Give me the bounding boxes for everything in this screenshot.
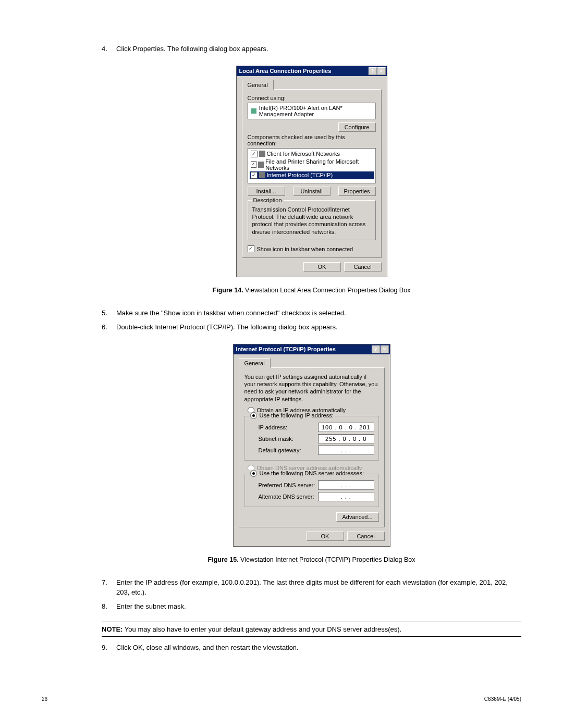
step-text: Click Properties. The following dialog b…: [116, 44, 521, 54]
tab-general[interactable]: General: [242, 80, 274, 90]
tab-row: General: [242, 79, 382, 89]
page-footer: 26 C636M-E (4/05): [42, 696, 521, 702]
step-num: 8.: [102, 602, 116, 612]
ip-address-label: IP address:: [259, 424, 318, 430]
tab-row: General: [239, 357, 385, 367]
component-label: File and Printer Sharing for Microsoft N…: [265, 158, 372, 171]
install-button[interactable]: Install...: [248, 187, 285, 196]
figure-15-caption: Figure 15. Viewstation Internet Protocol…: [102, 556, 521, 563]
network-icon: [259, 151, 265, 157]
step-7: 7. Enter the IP address (for example, 10…: [102, 578, 521, 598]
components-list[interactable]: ✓ Client for Microsoft Networks ✓ File a…: [248, 148, 376, 183]
step-num: 5.: [102, 309, 116, 318]
step-4: 4. Click Properties. The following dialo…: [102, 44, 521, 54]
properties-button[interactable]: Properties: [338, 187, 376, 196]
tcpip-properties-dialog: Internet Protocol (TCP/IP) Properties ? …: [233, 344, 390, 547]
dialog-title: Local Area Connection Properties: [239, 68, 332, 74]
step-text: Enter the subnet mask.: [116, 602, 521, 612]
step-num: 6.: [102, 323, 116, 332]
configure-button[interactable]: Configure: [338, 122, 376, 132]
radio-icon[interactable]: [250, 412, 257, 419]
figure-label: Figure 15.: [208, 556, 239, 563]
ip-address-input[interactable]: 100 . 0 . 0 . 201: [318, 423, 374, 432]
step-num: 7.: [102, 578, 116, 598]
cancel-button[interactable]: Cancel: [344, 262, 382, 272]
advanced-button[interactable]: Advanced...: [336, 512, 379, 522]
connect-using-label: Connect using:: [248, 95, 376, 101]
step-8: 8. Enter the subnet mask.: [102, 602, 521, 612]
show-icon-checkbox[interactable]: ✓ Show icon in taskbar when connected: [248, 245, 376, 252]
components-label: Components checked are used by this conn…: [248, 134, 376, 146]
pref-dns-input[interactable]: . . .: [318, 480, 374, 490]
ip-group: Use the following IP address: IP address…: [244, 416, 379, 461]
component-label: Client for Microsoft Networks: [267, 151, 340, 157]
use-dns-radio[interactable]: Use the following DNS server addresses:: [249, 470, 366, 477]
titlebar: Internet Protocol (TCP/IP) Properties ? …: [234, 344, 390, 354]
component-item-selected[interactable]: ✓ Internet Protocol (TCP/IP): [250, 171, 374, 179]
radio-icon[interactable]: [250, 470, 257, 477]
show-icon-label: Show icon in taskbar when connected: [257, 246, 353, 252]
close-icon[interactable]: ×: [377, 67, 386, 75]
ok-button[interactable]: OK: [307, 532, 344, 541]
adapter-field[interactable]: Intel(R) PRO/100+ Alert on LAN* Manageme…: [248, 103, 376, 119]
adapter-icon: [251, 108, 256, 114]
gateway-input[interactable]: . . .: [318, 446, 374, 455]
step-6: 6. Double-click Internet Protocol (TCP/I…: [102, 323, 521, 332]
note-label: NOTE:: [102, 625, 123, 633]
alt-dns-input[interactable]: . . .: [318, 492, 374, 501]
intro-text: You can get IP settings assigned automat…: [244, 373, 379, 403]
alt-dns-label: Alternate DNS server:: [259, 493, 318, 500]
lan-properties-dialog: Local Area Connection Properties ? × Gen…: [236, 66, 387, 277]
step-text: Double-click Internet Protocol (TCP/IP).…: [116, 323, 521, 332]
tab-general[interactable]: General: [239, 358, 271, 368]
component-item[interactable]: ✓ File and Printer Sharing for Microsoft…: [250, 158, 374, 171]
checkbox-icon[interactable]: ✓: [248, 245, 254, 252]
step-9: 9. Click OK, close all windows, and then…: [102, 643, 521, 653]
step-text: Enter the IP address (for example, 100.0…: [116, 578, 521, 598]
step-5: 5. Make sure the "Show icon in taskbar w…: [102, 309, 521, 318]
step-num: 4.: [102, 44, 116, 54]
step-num: 9.: [102, 643, 116, 653]
checkbox-icon[interactable]: ✓: [251, 161, 257, 168]
protocol-icon: [259, 172, 265, 178]
doc-id: C636M-E (4/05): [484, 696, 521, 702]
step-text: Make sure the "Show icon in taskbar when…: [116, 309, 521, 318]
figure-label: Figure 14.: [213, 287, 243, 294]
help-icon[interactable]: ?: [369, 67, 377, 75]
subnet-input[interactable]: 255 . 0 . 0 . 0: [318, 434, 374, 443]
titlebar: Local Area Connection Properties ? ×: [237, 66, 387, 76]
close-icon[interactable]: ×: [381, 346, 389, 353]
help-icon[interactable]: ?: [372, 346, 380, 353]
adapter-text: Intel(R) PRO/100+ Alert on LAN* Manageme…: [259, 105, 373, 117]
step-text: Click OK, close all windows, and then re…: [116, 643, 521, 653]
checkbox-icon[interactable]: ✓: [251, 172, 258, 179]
note-text: You may also have to enter your default …: [125, 625, 401, 633]
description-group: Description Transmission Control Protoco…: [248, 200, 376, 240]
figure-text: Viewstation Local Area Connection Proper…: [245, 287, 410, 294]
checkbox-icon[interactable]: ✓: [251, 151, 258, 157]
use-following-radio[interactable]: Use the following IP address:: [249, 412, 335, 419]
component-item[interactable]: ✓ Client for Microsoft Networks: [250, 150, 374, 158]
description-legend: Description: [252, 197, 284, 203]
figure-14-caption: Figure 14. Viewstation Local Area Connec…: [102, 287, 521, 294]
subnet-label: Subnet mask:: [259, 436, 318, 442]
dialog-title: Internet Protocol (TCP/IP) Properties: [236, 346, 336, 352]
figure-text: Viewstation Internet Protocol (TCP/IP) P…: [240, 556, 415, 563]
radio-label: Use the following IP address:: [260, 412, 334, 418]
page-number: 26: [42, 696, 47, 702]
ok-button[interactable]: OK: [303, 262, 341, 272]
note-block: NOTE: You may also have to enter your de…: [102, 622, 521, 637]
dns-group: Use the following DNS server addresses: …: [244, 474, 379, 507]
service-icon: [258, 162, 264, 168]
pref-dns-label: Preferred DNS server:: [259, 482, 318, 488]
uninstall-button[interactable]: Uninstall: [293, 187, 331, 196]
component-label: Internet Protocol (TCP/IP): [267, 172, 333, 178]
description-text: Transmission Control Protocol/Internet P…: [252, 206, 371, 236]
cancel-button[interactable]: Cancel: [347, 532, 385, 541]
radio-label: Use the following DNS server addresses:: [260, 470, 364, 476]
gateway-label: Default gateway:: [259, 447, 318, 453]
